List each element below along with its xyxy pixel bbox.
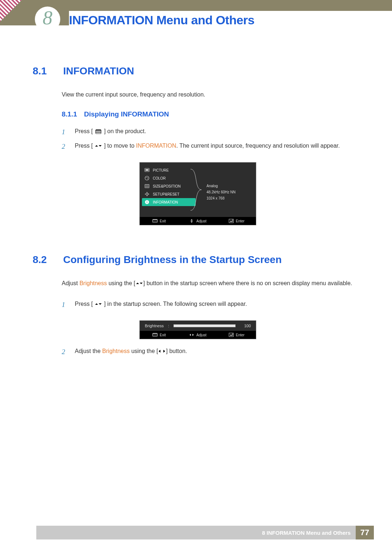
- step-text: ] button.: [166, 348, 187, 354]
- page-footer: 8 INFORMATION Menu and Others 77: [36, 526, 374, 539]
- step-number: 2: [62, 346, 69, 358]
- step-text: using the [: [130, 348, 158, 354]
- menu-button-icon: [152, 219, 158, 223]
- osd-footer-enter: Enter: [236, 333, 245, 337]
- step-2: 2 Press [ ] to move to INFORMATION. The …: [62, 141, 363, 152]
- up-down-arrow-icon: [94, 143, 102, 149]
- svg-point-3: [146, 177, 147, 178]
- brightness-bar: [173, 324, 236, 327]
- svg-text:i: i: [147, 200, 148, 204]
- left-right-arrow-icon: [158, 348, 166, 354]
- header-stripes: [0, 0, 22, 22]
- highlight-brightness: Brightness: [79, 280, 107, 286]
- step-text: ] in the startup screen. The following s…: [104, 301, 247, 307]
- osd-footer-adjust: Adjust: [196, 219, 207, 223]
- osd-footer-enter: Enter: [236, 219, 245, 223]
- osd-item-picture: PICTURE: [142, 166, 196, 174]
- brightness-footer: Exit Adjust Enter: [140, 331, 256, 339]
- chapter-header: 8 INFORMATION Menu and Others: [0, 0, 392, 25]
- enter-icon: [229, 333, 234, 337]
- osd-menu-list: PICTURE COLOR SIZE&POSITION: [140, 163, 198, 217]
- page-number: 77: [356, 526, 374, 539]
- osd-info-line: 48.2kHz 60Hz NN: [207, 189, 254, 195]
- section-number: 8.2: [33, 254, 54, 266]
- intro-text: using the [: [107, 280, 135, 286]
- up-down-arrow-icon: [135, 280, 143, 286]
- section-intro-8-1: View the current input source, frequency…: [62, 90, 363, 99]
- osd-footer: Exit Adjust Enter: [140, 217, 256, 225]
- osd-footer-exit: Exit: [160, 219, 166, 223]
- step-text: Adjust the: [75, 348, 102, 354]
- step-text: Press [: [75, 301, 93, 307]
- steps-8-1-1: 1 Press [ ] on the product. 2 Press [ ] …: [62, 126, 363, 153]
- osd-item-information: i INFORMATION: [142, 198, 196, 206]
- osd-bracket-line: [190, 167, 204, 213]
- osd-item-color: COLOR: [142, 174, 196, 182]
- subsection-number: 8.1.1: [62, 110, 77, 118]
- osd-item-setupreset: SETUP&RESET: [142, 190, 196, 198]
- section-title: INFORMATION: [63, 65, 134, 77]
- intro-text: ] button in the startup screen where the…: [143, 280, 352, 286]
- osd-screenshot: PICTURE COLOR SIZE&POSITION: [140, 163, 256, 225]
- step-text: . The current input source, frequency an…: [176, 143, 340, 149]
- intro-text: Adjust: [62, 280, 79, 286]
- highlight-brightness: Brightness: [102, 348, 130, 354]
- osd-info-line: 1024 x 768: [207, 195, 254, 201]
- up-down-arrow-icon: [94, 301, 102, 307]
- step-1: 1 Press [ ] on the product.: [62, 126, 363, 138]
- brightness-label: Brightness: [145, 324, 164, 328]
- section-title: Configuring Brightness in the Startup Sc…: [63, 254, 282, 266]
- osd-footer-adjust: Adjust: [196, 333, 207, 337]
- osd-item-sizeposition: SIZE&POSITION: [142, 182, 196, 190]
- section-intro-8-2: Adjust Brightness using the [] button in…: [62, 279, 363, 288]
- up-down-arrow-icon: [189, 219, 194, 223]
- step-text: Press [: [75, 128, 93, 134]
- step-number: 1: [62, 126, 69, 138]
- brightness-colon: :: [168, 324, 169, 328]
- subsection-heading-8-1-1: 8.1.1 Displaying INFORMATION: [62, 110, 363, 118]
- svg-point-9: [146, 193, 148, 195]
- osd-item-label: COLOR: [153, 176, 166, 180]
- svg-rect-1: [146, 169, 148, 171]
- osd-item-label: SETUP&RESET: [153, 192, 179, 196]
- chapter-number: 8: [43, 7, 53, 29]
- steps-8-2: 1 Press [ ] in the startup screen. The f…: [62, 299, 363, 311]
- subsection-title: Displaying INFORMATION: [84, 110, 169, 118]
- step-number: 1: [62, 299, 69, 311]
- brightness-value: 100: [240, 324, 251, 328]
- step-2: 2 Adjust the Brightness using the [] but…: [62, 346, 363, 358]
- section-heading-8-1: 8.1 INFORMATION: [33, 65, 363, 77]
- svg-point-2: [145, 176, 149, 180]
- menu-button-icon: [94, 129, 102, 135]
- osd-info-line: Analog: [207, 183, 254, 189]
- steps-8-2-b: 2 Adjust the Brightness using the [] but…: [62, 346, 363, 358]
- chapter-title: INFORMATION Menu and Others: [69, 11, 392, 27]
- step-text: Press [: [75, 143, 93, 149]
- section-number: 8.1: [33, 65, 54, 77]
- svg-point-5: [147, 178, 148, 179]
- osd-info-panel: Analog 48.2kHz 60Hz NN 1024 x 768: [198, 163, 256, 217]
- gear-icon: [144, 192, 150, 197]
- chapter-number-tab: 8: [35, 7, 60, 32]
- osd-item-label: PICTURE: [153, 168, 169, 172]
- svg-point-4: [147, 177, 148, 178]
- info-icon: i: [144, 200, 150, 205]
- highlight-information: INFORMATION: [136, 143, 176, 149]
- section-heading-8-2: 8.2 Configuring Brightness in the Startu…: [33, 254, 363, 266]
- step-1: 1 Press [ ] in the startup screen. The f…: [62, 299, 363, 311]
- step-text: ] to move to: [104, 143, 136, 149]
- step-number: 2: [62, 141, 69, 152]
- osd-footer-exit: Exit: [160, 333, 166, 337]
- osd-item-label: INFORMATION: [153, 200, 178, 204]
- footer-chapter-ref: 8 INFORMATION Menu and Others: [257, 526, 356, 539]
- left-right-arrow-icon: [189, 333, 194, 337]
- menu-button-icon: [152, 333, 158, 337]
- picture-icon: [144, 168, 150, 173]
- step-text: ] on the product.: [104, 128, 146, 134]
- size-position-icon: [144, 184, 150, 189]
- brightness-osd: Brightness : 100 Exit Adjust Enter: [140, 321, 256, 339]
- enter-icon: [229, 219, 234, 223]
- osd-item-label: SIZE&POSITION: [153, 184, 181, 188]
- color-palette-icon: [144, 176, 150, 181]
